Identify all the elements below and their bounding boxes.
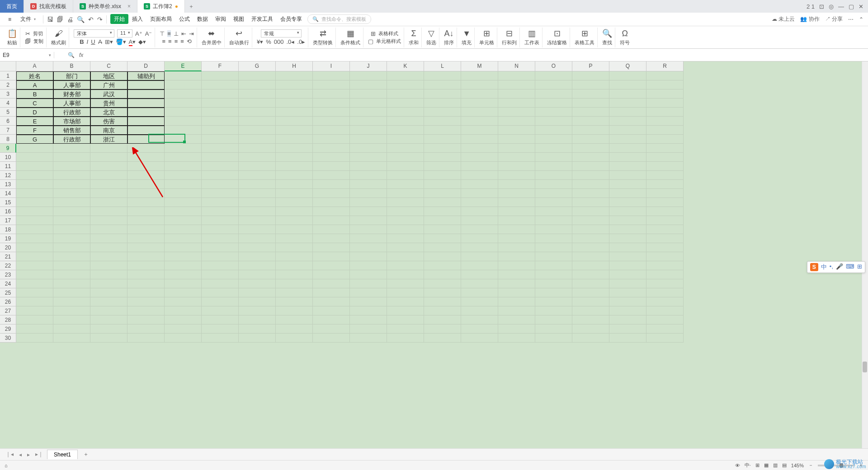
cell[interactable] [609,99,646,108]
minimize-button[interactable]: — [838,3,844,10]
cell[interactable] [202,306,239,315]
cell[interactable] [646,288,684,297]
zh-icon[interactable]: 中· [745,462,751,469]
row-header[interactable]: 8 [0,135,16,144]
sheet-tab[interactable]: Sheet1 [47,450,78,459]
cell[interactable] [646,80,684,89]
cell[interactable] [461,180,498,189]
cell[interactable] [461,80,498,89]
cell[interactable] [609,117,646,126]
cell[interactable] [498,297,535,306]
cell[interactable] [535,243,572,252]
cell[interactable] [387,279,424,288]
cell[interactable] [202,198,239,207]
cell[interactable] [165,288,202,297]
cell[interactable] [646,135,684,144]
cell[interactable] [387,270,424,279]
cell[interactable] [535,198,572,207]
cell[interactable] [202,234,239,243]
row-header[interactable]: 12 [0,171,16,180]
cell[interactable] [572,297,609,306]
underline-icon[interactable]: U [91,38,95,45]
cell[interactable] [498,126,535,135]
cell[interactable] [53,171,90,180]
cellstyle-icon[interactable]: ▢ [368,38,373,45]
cell[interactable]: 地区 [90,71,127,80]
cell[interactable] [350,234,387,243]
decrease-font-icon[interactable]: A⁻ [145,30,152,37]
cell[interactable] [165,334,202,343]
row-header[interactable]: 2 [0,80,16,89]
cell[interactable] [498,243,535,252]
cell[interactable] [609,216,646,225]
cell[interactable] [16,234,53,243]
cell[interactable] [90,315,127,324]
cell[interactable] [646,180,684,189]
menu-item-8[interactable]: 会员专享 [277,14,306,24]
cell[interactable] [609,243,646,252]
cell[interactable] [350,153,387,162]
cell[interactable] [313,99,350,108]
cell[interactable] [609,89,646,99]
cell[interactable] [461,126,498,135]
cell[interactable] [313,252,350,261]
cells-area[interactable]: 姓名部门地区辅助列A人事部广州B财务部武汉C人事部贵州D行政部北京E市场部伤害F… [16,71,868,448]
cell[interactable] [646,153,684,162]
cell[interactable] [16,171,53,180]
cell[interactable] [16,315,53,324]
cell[interactable] [127,270,165,279]
row-header[interactable]: 16 [0,207,16,216]
cell[interactable] [387,162,424,171]
cell[interactable] [239,126,276,135]
cell[interactable] [461,216,498,225]
cell[interactable] [16,288,53,297]
cell[interactable] [572,207,609,216]
cell[interactable] [313,243,350,252]
cell[interactable] [127,144,165,153]
cell[interactable] [535,225,572,234]
cell[interactable] [424,279,461,288]
view-break-icon[interactable]: ▥ [773,462,778,468]
cell[interactable] [202,180,239,189]
cell[interactable] [276,270,313,279]
cellcolor-icon[interactable]: ◆▾ [138,38,146,45]
cell[interactable] [461,171,498,180]
cell[interactable] [646,189,684,198]
sheet-next-icon[interactable]: ▸ [25,451,32,458]
tablestyle-icon[interactable]: ⊞ [371,30,376,37]
cell[interactable] [572,252,609,261]
cell[interactable] [202,261,239,270]
cell[interactable] [461,135,498,144]
cell[interactable] [646,198,684,207]
row-header[interactable]: 19 [0,234,16,243]
cell[interactable] [387,80,424,89]
cell[interactable] [239,80,276,89]
percent-icon[interactable]: % [266,38,271,45]
cell[interactable] [498,117,535,126]
cell[interactable] [461,279,498,288]
tab-add[interactable]: ＋ [185,0,198,13]
cell[interactable] [498,334,535,343]
cell[interactable] [313,306,350,315]
cell[interactable] [498,279,535,288]
cell[interactable] [239,135,276,144]
cell[interactable] [646,99,684,108]
cell[interactable] [239,252,276,261]
cell[interactable] [609,270,646,279]
cell[interactable]: 市场部 [53,117,90,126]
row-header[interactable]: 27 [0,306,16,315]
cell[interactable] [53,189,90,198]
cell[interactable] [535,80,572,89]
cell[interactable] [350,306,387,315]
cell[interactable] [609,135,646,144]
cell[interactable] [202,99,239,108]
cell[interactable] [202,153,239,162]
cell[interactable] [461,306,498,315]
cell[interactable] [127,89,165,99]
cell[interactable] [16,252,53,261]
menu-item-2[interactable]: 页面布局 [146,14,175,24]
cell[interactable] [127,171,165,180]
coop-button[interactable]: 👥 协作 [800,15,819,23]
cell[interactable] [572,180,609,189]
cell[interactable] [127,162,165,171]
